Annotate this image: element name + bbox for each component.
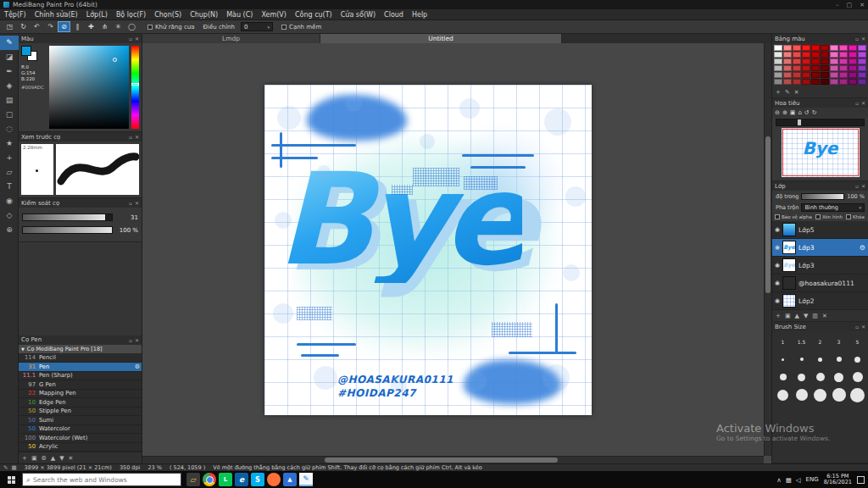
palette-swatch[interactable] — [839, 65, 848, 71]
palette-swatch[interactable] — [783, 72, 792, 78]
minimize-button[interactable]: – — [836, 2, 839, 8]
gear-icon[interactable]: ⚙ — [135, 363, 140, 370]
antialias-checkbox[interactable]: Khử răng cưa — [147, 24, 195, 30]
move-tool-icon[interactable]: + — [0, 151, 19, 165]
palette-swatch[interactable] — [830, 45, 838, 51]
chrome[interactable] — [203, 473, 216, 486]
snap-vanishing-point-icon[interactable]: ⋔ — [98, 21, 111, 32]
alpha-protect-checkbox[interactable]: Bảo vệ alpha — [775, 214, 812, 219]
palette-swatch[interactable] — [783, 45, 792, 51]
palette-swatch[interactable] — [802, 45, 810, 51]
brush-size-dot[interactable] — [811, 386, 829, 403]
panel-dock-icon[interactable]: ▫ — [855, 183, 859, 189]
brush-item[interactable]: 50Acrylic — [19, 443, 142, 452]
palette-swatch[interactable] — [793, 58, 801, 64]
snap-crisscross-icon[interactable]: ✚ — [85, 21, 97, 32]
snap-radial-icon[interactable]: ✳ — [112, 21, 125, 32]
brush-group-row[interactable]: ▼ Cọ MediBang Paint Pro [18] — [19, 345, 142, 354]
menu-item[interactable]: Cloud — [380, 11, 408, 19]
brush-size-dot[interactable] — [774, 369, 792, 385]
palette-swatch[interactable] — [793, 65, 801, 71]
maximize-button[interactable]: ▢ — [847, 2, 853, 8]
blend-mode-dropdown[interactable]: Bình thường ▾ — [801, 203, 865, 212]
lasso-tool-icon[interactable]: ◌ — [0, 122, 19, 136]
palette-swatch[interactable] — [821, 72, 829, 78]
brush-size-dot[interactable] — [793, 369, 810, 385]
eyedropper-tool-icon[interactable]: ◉ — [0, 194, 19, 208]
scrollbar-handle[interactable] — [325, 458, 558, 463]
hue-slider-cursor[interactable] — [131, 83, 139, 86]
panel-close-icon[interactable]: ✕ — [861, 324, 865, 330]
undo-icon[interactable]: ↶ — [31, 21, 43, 32]
palette-swatch[interactable] — [849, 52, 857, 58]
panel-close-icon[interactable]: ✕ — [861, 100, 865, 106]
clipping-checkbox[interactable]: Xén hình — [815, 214, 843, 219]
brush-item[interactable]: 31Pen⚙ — [19, 363, 142, 372]
palette-swatch[interactable] — [783, 52, 792, 58]
menu-item[interactable]: Bộ lọc(F) — [112, 11, 150, 19]
brush-size-label[interactable]: 2 — [811, 333, 829, 350]
palette-swatch[interactable] — [858, 72, 866, 78]
saturation-value-picker[interactable] — [49, 46, 129, 129]
palette-swatch[interactable] — [858, 79, 866, 85]
palette-swatch[interactable] — [839, 72, 848, 78]
palette-swatch[interactable] — [821, 58, 829, 64]
visibility-eye-icon[interactable]: ◉ — [775, 262, 780, 269]
brush-size-label[interactable]: 1.5 — [793, 333, 810, 350]
merge-layer-icon[interactable]: ▥ — [812, 313, 818, 319]
photos[interactable]: ▲ — [283, 473, 297, 486]
brush-item[interactable]: 50Sumi — [19, 416, 142, 425]
menu-item[interactable]: Công cụ(T) — [291, 11, 337, 19]
palette-swatch[interactable] — [839, 58, 848, 64]
panel-dock-icon[interactable]: ▫ — [129, 134, 132, 140]
panel-close-icon[interactable]: ✕ — [135, 36, 139, 42]
palette-swatch[interactable] — [811, 45, 820, 51]
brush-size-slider[interactable] — [22, 214, 113, 221]
brush-size-dot[interactable] — [849, 386, 866, 403]
correction-dropdown[interactable]: 0 ▾ — [241, 22, 273, 31]
panel-dock-icon[interactable]: ▫ — [855, 324, 859, 330]
brush-size-dot[interactable] — [830, 369, 848, 385]
layer-row[interactable]: ◉ByeLớp3⚙ — [772, 239, 868, 257]
palette-swatch[interactable] — [830, 72, 838, 78]
palette-swatch[interactable] — [858, 65, 866, 71]
palette-swatch[interactable] — [811, 58, 820, 64]
brush-item[interactable]: 97G Pen — [19, 380, 142, 390]
palette-swatch[interactable] — [830, 58, 838, 64]
transform-icon[interactable]: ◳ — [3, 21, 16, 32]
brush-item[interactable]: 100Watercolor (Wet) — [19, 434, 142, 443]
palette-swatch[interactable] — [858, 52, 866, 58]
document-tab[interactable]: Lmdp — [142, 34, 320, 43]
edit-color-icon[interactable]: ✎ — [785, 89, 790, 96]
eraser-tool-icon[interactable]: ◪ — [0, 50, 19, 64]
palette-swatch[interactable] — [849, 72, 857, 78]
brush-size-dot[interactable] — [774, 386, 792, 403]
layer-up-icon[interactable]: ▲ — [795, 313, 799, 319]
brush-item[interactable]: 11.1Pen (Sharp) — [19, 372, 142, 381]
touch-keyboard-icon[interactable]: ▦ — [786, 476, 792, 484]
palette-swatch[interactable] — [811, 72, 820, 78]
rotate-right-icon[interactable]: ↻ — [812, 109, 817, 116]
search-input[interactable] — [33, 476, 177, 484]
brush-size-dot[interactable] — [793, 386, 810, 403]
panel-dock-icon[interactable]: ▫ — [129, 36, 132, 42]
brush-tool-icon[interactable]: ✎ — [0, 36, 19, 50]
palette-swatch[interactable] — [774, 58, 782, 64]
brush-item[interactable]: 50Watercolor — [19, 425, 142, 435]
palette-swatch[interactable] — [802, 65, 810, 71]
taskbar-search[interactable]: ⌕ — [22, 473, 181, 486]
wand-tool-icon[interactable]: ★ — [0, 136, 19, 151]
palette-swatch[interactable] — [839, 45, 848, 51]
palette-swatch[interactable] — [793, 72, 801, 78]
palette-swatch[interactable] — [802, 58, 810, 64]
palette-swatch[interactable] — [811, 65, 820, 71]
menu-item[interactable]: Chụp(N) — [186, 11, 222, 19]
rotate-left-icon[interactable]: ↺ — [804, 109, 810, 116]
zoom-in-icon[interactable]: ⊕ — [782, 109, 787, 116]
zoom-out-icon[interactable]: ⊖ — [775, 109, 780, 116]
file-explorer[interactable]: ▱ — [186, 473, 200, 486]
edge[interactable]: e — [235, 473, 248, 486]
hand-tool-icon[interactable]: ◇ — [0, 208, 19, 223]
palette-swatch[interactable] — [830, 52, 838, 58]
actual-size-icon[interactable]: ⌂ — [798, 109, 801, 116]
